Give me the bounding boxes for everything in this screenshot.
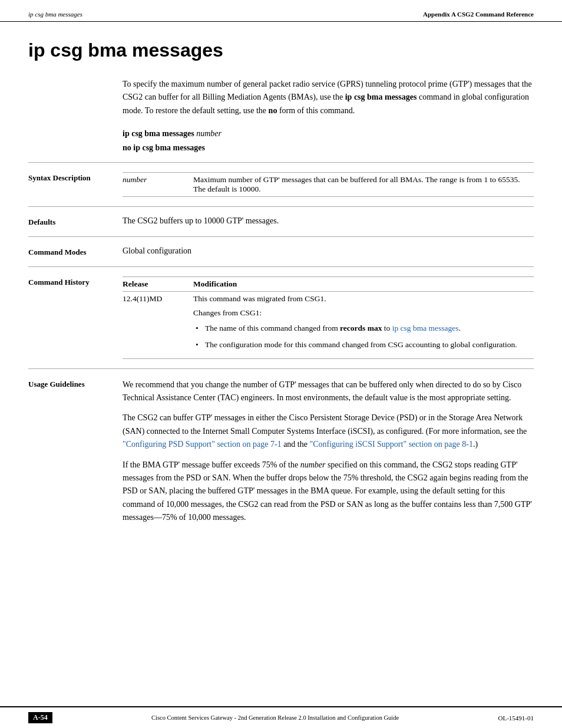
defaults-label: Defaults	[28, 216, 123, 227]
cmd2-bold: no ip csg bma messages	[123, 143, 205, 152]
usage-para2-end: .)	[473, 440, 478, 449]
description-para1: To specify the maximum number of general…	[123, 78, 534, 117]
command-modes-content: Global configuration	[123, 246, 534, 257]
history-bullets: The name of this command changed from re…	[193, 322, 529, 351]
usage-guidelines-section: Usage Guidelines We recommend that you c…	[28, 368, 534, 525]
main-content: ip csg bma messages To specify the maxim…	[0, 22, 562, 560]
usage-para2-link2[interactable]: "Configuring iSCSI Support" section on p…	[309, 440, 472, 449]
defaults-text: The CSG2 buffers up to 10000 GTP' messag…	[123, 216, 279, 225]
bullet1-end: .	[459, 324, 461, 332]
history-bullet-1: The name of this command changed from re…	[193, 322, 529, 334]
history-mod-line1: This command was migrated from CSG1.	[193, 294, 529, 304]
description-bold1: ip csg bma messages	[345, 93, 417, 101]
bullet1-bold: records max	[340, 324, 382, 332]
command-modes-text: Global configuration	[123, 246, 191, 255]
page: ip csg bma messages Appendix A CSG2 Comm…	[0, 0, 562, 728]
description-block: To specify the maximum number of general…	[123, 78, 534, 117]
history-bullet-2: The configuration mode for this command …	[193, 339, 529, 351]
command-line-1: ip csg bma messages number	[123, 129, 534, 139]
description-bold2: no	[269, 106, 277, 115]
bullet1-before: The name of this command changed from	[205, 324, 340, 332]
syntax-description-label: Syntax Description	[28, 172, 123, 197]
page-header: ip csg bma messages Appendix A CSG2 Comm…	[0, 0, 562, 22]
usage-para2-link1[interactable]: "Configuring PSD Support" section on pag…	[123, 440, 282, 449]
footer-doc-number: OL-15491-01	[498, 714, 534, 722]
usage-para3-before: If the BMA GTP' message buffer exceeds 7…	[123, 460, 300, 469]
usage-para2-between: and the	[282, 440, 310, 449]
usage-guidelines-content: We recommend that you change the number …	[123, 378, 534, 525]
history-data-row: 12.4(11)MD This command was migrated fro…	[123, 292, 534, 359]
syntax-description-section: Syntax Description number Maximum number…	[28, 162, 534, 206]
header-right: Appendix A CSG2 Command Reference	[423, 11, 534, 18]
syntax-param: number	[123, 173, 193, 197]
usage-para3: If the BMA GTP' message buffer exceeds 7…	[123, 459, 534, 525]
usage-para2: The CSG2 can buffer GTP' messages in eit…	[123, 411, 534, 451]
header-left: ip csg bma messages	[28, 11, 82, 18]
usage-para2-before: The CSG2 can buffer GTP' messages in eit…	[123, 413, 527, 435]
defaults-content: The CSG2 buffers up to 10000 GTP' messag…	[123, 216, 534, 227]
history-col1-header: Release	[123, 277, 193, 292]
command-line-2: no ip csg bma messages	[123, 143, 534, 153]
history-table: Release Modification 12.4(11)MD This com…	[123, 276, 534, 359]
usage-para3-after: specified on this command, the CSG2 stop…	[123, 460, 532, 522]
history-release: 12.4(11)MD	[123, 292, 193, 359]
cmd1-italic: number	[196, 129, 222, 138]
command-history-section: Command History Release Modification 12.…	[28, 266, 534, 368]
command-modes-label: Command Modes	[28, 246, 123, 257]
history-header-row: Release Modification	[123, 277, 534, 292]
cmd1-bold: ip csg bma messages	[123, 129, 196, 138]
history-changes-intro: Changes from CSG1:	[193, 308, 529, 318]
syntax-desc: Maximum number of GTP' messages that can…	[193, 173, 534, 197]
syntax-row: number Maximum number of GTP' messages t…	[123, 173, 534, 197]
history-col2-header: Modification	[193, 277, 534, 292]
footer-page-number: A-54	[28, 712, 52, 723]
usage-para3-italic: number	[300, 460, 326, 469]
description-text-end: form of this command.	[277, 106, 355, 115]
command-history-content: Release Modification 12.4(11)MD This com…	[123, 276, 534, 359]
command-history-label: Command History	[28, 276, 123, 359]
bullet1-link[interactable]: ip csg bma messages	[392, 324, 459, 332]
page-footer: A-54 Cisco Content Services Gateway - 2n…	[0, 706, 562, 728]
defaults-section: Defaults The CSG2 buffers up to 10000 GT…	[28, 206, 534, 236]
syntax-description-content: number Maximum number of GTP' messages t…	[123, 172, 534, 197]
usage-para1: We recommend that you change the number …	[123, 378, 534, 405]
page-title: ip csg bma messages	[28, 39, 534, 61]
syntax-table: number Maximum number of GTP' messages t…	[123, 172, 534, 197]
footer-title: Cisco Content Services Gateway - 2nd Gen…	[151, 714, 399, 721]
usage-guidelines-label: Usage Guidelines	[28, 378, 123, 525]
bullet2-text: The configuration mode for this command …	[205, 340, 517, 349]
command-modes-section: Command Modes Global configuration	[28, 236, 534, 266]
history-modification: This command was migrated from CSG1. Cha…	[193, 292, 534, 359]
bullet1-middle: to	[382, 324, 392, 332]
